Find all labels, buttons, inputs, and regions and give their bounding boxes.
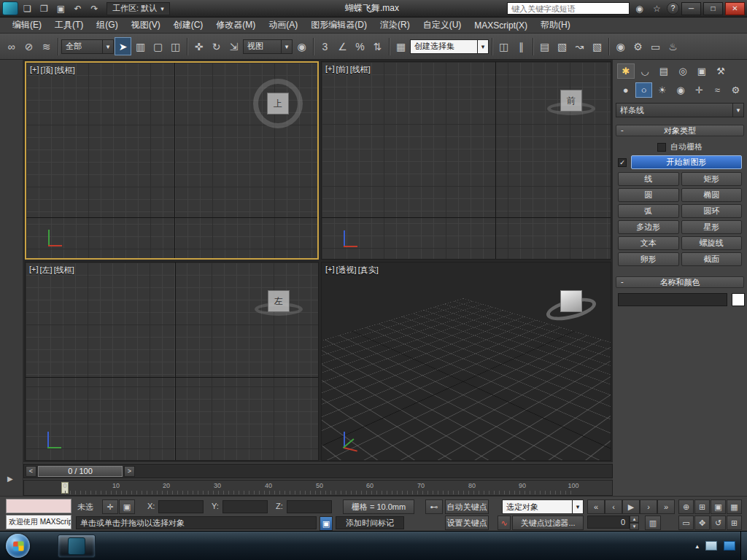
maximize-viewport-toggle-icon[interactable]: ⊞ [727,516,742,530]
start-button[interactable] [6,534,30,558]
selected-filter-dropdown[interactable]: 选定对象 ▾ [502,499,584,514]
track-bar[interactable]: 0 10 20 30 40 50 60 70 80 90 100 [23,480,613,496]
viewport-left[interactable]: [+] [左] [线框] 左 [25,262,319,461]
maximize-button[interactable]: □ [703,2,723,15]
y-coordinate-field[interactable] [222,500,268,513]
subtab-helpers-icon[interactable]: ✛ [691,82,708,98]
viewport-menu-button[interactable]: [+] [325,265,335,276]
tab-motion-icon[interactable]: ◎ [674,63,692,79]
edit-named-selections-icon[interactable]: ▦ [392,37,409,55]
tray-network-icon[interactable] [724,541,735,551]
shape-button-ellipse[interactable]: 椭圆 [681,188,743,202]
shape-button-ngon[interactable]: 多边形 [618,220,679,234]
autogrid-checkbox[interactable] [657,143,666,152]
key-mode-toggle-icon[interactable]: ▥ [645,516,661,530]
select-and-move-icon[interactable]: ✜ [190,37,207,55]
save-file-icon[interactable]: ▣ [53,1,69,15]
layer-manager-icon[interactable]: ▤ [536,37,553,55]
menu-maxscript[interactable]: MAXScript(X) [468,18,534,33]
menu-animation[interactable]: 动画(A) [262,17,304,34]
viewport-layout-tabs-button[interactable]: ▶ [7,475,13,483]
selection-lock-icon[interactable]: ▣ [119,499,135,514]
shape-button-section[interactable]: 截面 [681,252,743,266]
bind-to-spacewarp-icon[interactable]: ≋ [38,37,55,55]
subtab-shapes-icon[interactable]: ○ [635,82,652,98]
key-icon[interactable]: ⊷ [425,499,443,514]
new-file-icon[interactable]: ❏ [20,1,35,15]
add-time-tag[interactable]: 添加时间标记 [336,516,404,529]
workspace-dropdown[interactable]: 工作区: 默认 ▾ [107,2,170,15]
reference-coordinate-dropdown[interactable]: 视图 ▾ [243,39,293,54]
shape-button-arc[interactable]: 弧 [618,204,679,218]
select-and-link-icon[interactable]: ∞ [3,37,20,55]
orbit-icon[interactable]: ↺ [711,516,726,530]
angle-snap-icon[interactable]: ∠ [334,37,351,55]
window-crossing-icon[interactable]: ◫ [167,37,184,55]
favorites-icon[interactable]: ☆ [649,1,665,15]
render-setup-icon[interactable]: ⚙ [630,37,646,55]
previous-frame-button[interactable]: ‹ [605,499,622,514]
x-coordinate-field[interactable] [158,500,204,513]
menu-views[interactable]: 视图(V) [125,17,167,34]
select-and-rotate-icon[interactable]: ↻ [208,37,225,55]
shape-button-helix[interactable]: 螺旋线 [681,236,743,250]
viewport-perspective[interactable]: [+] [透视] [真实] [321,262,611,461]
go-to-start-button[interactable]: « [587,499,605,514]
viewcube[interactable]: 左 [254,279,303,328]
redo-icon[interactable]: ↷ [87,1,102,15]
selection-filter-dropdown[interactable]: 全部 ▾ [61,39,114,54]
go-to-end-button[interactable]: » [657,499,675,514]
viewport-top[interactable]: [+] [顶] [线框] 上 [25,61,319,260]
viewcube[interactable] [546,279,596,328]
select-object-icon[interactable]: ➤ [115,37,131,55]
select-by-name-icon[interactable]: ▥ [132,37,149,55]
z-coordinate-field[interactable] [287,500,332,513]
shape-button-circle[interactable]: 圆 [618,188,679,202]
minimize-button[interactable]: ─ [681,2,701,15]
menu-edit[interactable]: 编辑(E) [6,17,48,34]
prompt-help-icon[interactable]: ▣ [320,516,333,531]
viewport-view-button[interactable]: [顶] [41,65,53,76]
mirror-icon[interactable]: ◫ [495,37,512,55]
key-filter-curve-icon[interactable]: ∿ [498,516,511,530]
object-color-swatch[interactable] [732,293,745,306]
zoom-icon[interactable]: ⊕ [678,499,694,514]
time-slider-handle[interactable]: 0 / 100 [38,466,123,477]
shape-button-text[interactable]: 文本 [618,236,679,250]
subtab-systems-icon[interactable]: ⚙ [727,82,744,98]
viewport-shading-button[interactable]: [真实] [358,265,379,276]
tab-utilities-icon[interactable]: ⚒ [712,63,729,79]
zoom-extents-icon[interactable]: ▣ [711,499,726,514]
shape-category-dropdown[interactable]: 样条线 ▾ [616,103,744,117]
material-editor-icon[interactable]: ◉ [612,37,629,55]
graphite-ribbon-icon[interactable]: ▧ [554,37,570,55]
subtab-spacewarps-icon[interactable]: ≈ [709,82,726,98]
viewcube-face[interactable]: 前 [560,90,582,112]
close-button[interactable]: ✕ [725,2,745,15]
subtab-lights-icon[interactable]: ☀ [654,82,670,98]
spinner-down-icon[interactable]: ▾ [630,523,639,530]
viewport-shading-button[interactable]: [线框] [54,265,74,276]
start-new-shape-checkbox[interactable]: ✓ [618,158,627,167]
tray-language-icon[interactable] [705,541,717,551]
viewcube[interactable]: 上 [253,79,303,128]
snaps-toggle-icon[interactable]: 3 [317,37,333,55]
help-icon[interactable]: ? [667,2,679,15]
viewcube-face[interactable]: 上 [267,93,289,114]
menu-graph-editors[interactable]: 图形编辑器(D) [304,17,374,34]
selection-lock-pin-icon[interactable]: ✛ [102,499,118,514]
set-key-button[interactable]: 设置关键点 [445,516,489,530]
viewport-front[interactable]: [+] [前] [线框] 前 [321,61,611,260]
viewport-menu-button[interactable]: [+] [29,265,39,276]
viewport-shading-button[interactable]: [线框] [55,65,75,76]
object-name-input[interactable] [618,293,727,306]
spinner-up-icon[interactable]: ▴ [630,516,639,523]
menu-customize[interactable]: 自定义(U) [417,17,468,34]
shape-button-donut[interactable]: 圆环 [681,204,743,218]
start-new-shape-button[interactable]: 开始新图形 [631,155,742,169]
select-and-scale-icon[interactable]: ⇲ [225,37,242,55]
menu-create[interactable]: 创建(C) [167,17,210,34]
app-logo-icon[interactable] [2,1,18,15]
use-pivot-center-icon[interactable]: ◉ [293,37,310,55]
viewport-shading-button[interactable]: [线框] [350,64,371,75]
